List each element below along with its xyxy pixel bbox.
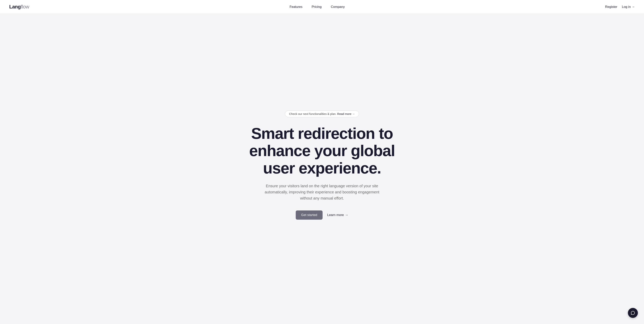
hero-subtitle: Ensure your visitors land on the right l… xyxy=(264,183,380,201)
logo-lang: Lang xyxy=(9,4,21,9)
learn-more-arrow: → xyxy=(345,213,348,217)
hero-title-line1: Smart redirection to xyxy=(251,125,393,142)
logo-flow: flow xyxy=(21,4,29,9)
hero-title-line3: user experience. xyxy=(263,159,381,177)
chat-support-button[interactable] xyxy=(628,308,638,318)
chat-icon xyxy=(630,311,635,315)
get-started-button[interactable]: Get started xyxy=(296,210,322,220)
hero-title-line2: enhance your global xyxy=(249,142,395,159)
nav-pricing[interactable]: Pricing xyxy=(312,5,322,9)
nav-center: Features Pricing Company xyxy=(290,5,345,9)
nav-features[interactable]: Features xyxy=(290,5,302,9)
hero-title: Smart redirection to enhance your global… xyxy=(249,125,395,177)
hero-cta: Get started Learn more → xyxy=(296,210,348,220)
logo[interactable]: Langflow xyxy=(9,4,29,10)
login-link[interactable]: Log in → xyxy=(622,5,635,9)
badge-arrow: → xyxy=(352,112,355,116)
learn-more-label: Learn more xyxy=(327,213,344,217)
badge-read-more: Read more xyxy=(337,112,351,116)
announcement-badge[interactable]: Check our next functionalities & plan. R… xyxy=(285,111,359,117)
navbar: Langflow Features Pricing Company Regist… xyxy=(0,0,644,14)
register-link[interactable]: Register xyxy=(605,5,617,9)
learn-more-link[interactable]: Learn more → xyxy=(327,213,348,217)
badge-text: Check our next functionalities & plan. xyxy=(289,112,336,116)
nav-company[interactable]: Company xyxy=(331,5,345,9)
nav-right: Register Log in → xyxy=(605,5,635,9)
login-label: Log in xyxy=(622,5,631,9)
hero-section: Check our next functionalities & plan. R… xyxy=(0,14,644,324)
login-arrow: → xyxy=(632,5,635,9)
